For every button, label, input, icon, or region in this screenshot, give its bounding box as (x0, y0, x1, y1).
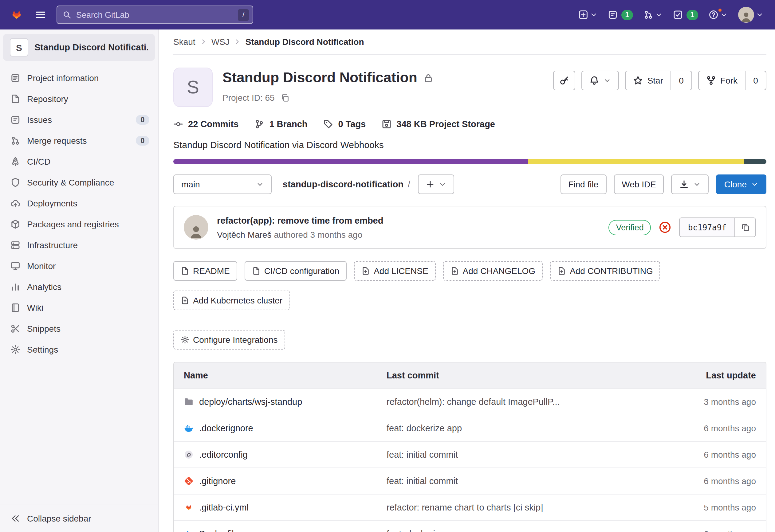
sidebar-item-infrastructure[interactable]: Infrastructure (0, 235, 158, 256)
file-row[interactable]: deploy/charts/wsj-standup refactor(helm)… (174, 388, 766, 415)
project-avatar-large: S (173, 68, 213, 107)
commit-message-link[interactable]: feat: dockerize app (386, 423, 664, 433)
sidebar-item-analytics[interactable]: Analytics (0, 276, 158, 297)
commit-author-avatar[interactable] (184, 215, 208, 240)
copy-sha-button[interactable] (734, 218, 755, 237)
main-content: Skaut WSJ Standup Discord Notification S… (158, 29, 775, 532)
notification-settings-button[interactable] (582, 71, 619, 90)
sidebar-item-merge-requests[interactable]: Merge requests0 (0, 130, 158, 151)
file-row[interactable]: .gitignore feat: initial commit 6 months… (174, 467, 766, 494)
cicd-configuration-button[interactable]: CI/CD configuration (245, 261, 346, 281)
file-link[interactable]: .editorconfig (184, 450, 386, 460)
add-license-button[interactable]: Add LICENSE (354, 261, 436, 281)
web-ide-button[interactable]: Web IDE (614, 174, 664, 194)
file-row[interactable]: .gitlab-ci.yml refactor: rename chart to… (174, 494, 766, 520)
issues-icon (10, 115, 20, 125)
sidebar-item-snippets[interactable]: Snippets (0, 318, 158, 339)
user-menu-button[interactable] (735, 4, 766, 26)
configure-integrations-button[interactable]: Configure Integrations (173, 330, 285, 350)
doc-plus-icon (558, 267, 566, 275)
sidebar-item-security-compliance[interactable]: Security & Compliance (0, 172, 158, 193)
file-link[interactable]: .gitignore (184, 476, 386, 486)
star-count[interactable]: 0 (671, 71, 692, 90)
file-link[interactable]: deploy/charts/wsj-standup (184, 397, 386, 407)
pipeline-failed-icon[interactable] (659, 221, 671, 233)
file-row[interactable]: .dockerignore feat: dockerize app 6 mont… (174, 415, 766, 441)
download-button[interactable] (671, 174, 709, 194)
sidebar-item-settings[interactable]: Settings (0, 339, 158, 360)
fork-button[interactable]: Fork (698, 71, 746, 90)
fork-icon (706, 76, 716, 85)
key-button[interactable] (554, 71, 576, 90)
add-changelog-button[interactable]: Add CHANGELOG (443, 261, 543, 281)
commit-message-link[interactable]: feat: initial commit (386, 450, 664, 460)
stat-storage[interactable]: 348 KB Project Storage (381, 119, 495, 129)
sidebar-item-project-information[interactable]: Project information (0, 68, 158, 88)
file-link[interactable]: Dockerfile (184, 529, 386, 532)
doc-plus-icon (361, 267, 370, 275)
package-icon (10, 219, 20, 229)
top-navbar: / 1 1 (0, 0, 775, 29)
star-group: Star 0 (625, 71, 692, 90)
repo-path-separator: / (408, 179, 410, 189)
sidebar-item-deployments[interactable]: Deployments (0, 193, 158, 214)
help-menu-button[interactable] (706, 7, 731, 23)
add-contributing-button[interactable]: Add CONTRIBUTING (550, 261, 660, 281)
collapse-sidebar-button[interactable]: Collapse sidebar (0, 504, 158, 532)
gitlab-logo[interactable] (9, 7, 25, 23)
stat-tags[interactable]: 0 Tags (323, 119, 366, 129)
sidebar-item-wiki[interactable]: Wiki (0, 297, 158, 318)
sidebar-item-monitor[interactable]: Monitor (0, 256, 158, 276)
stat-branches[interactable]: 1 Branch (254, 119, 307, 129)
file-name: .gitlab-ci.yml (199, 503, 248, 512)
search-input[interactable] (76, 10, 233, 19)
commit-author-name[interactable]: Vojtěch Mareš (217, 230, 271, 240)
chevron-down-icon (604, 77, 611, 84)
commit-message-link[interactable]: refactor(app): remove time from embed (217, 216, 383, 225)
file-row[interactable]: Dockerfile feat: dockerize app 6 months … (174, 520, 766, 532)
file-tree-table: Name Last commit Last update deploy/char… (173, 362, 766, 532)
verified-badge[interactable]: Verified (609, 220, 651, 235)
merge-requests-menu-button[interactable] (640, 7, 666, 23)
stat-commits[interactable]: 22 Commits (173, 119, 238, 129)
todos-button[interactable]: 1 (670, 6, 701, 23)
last-update: 3 months ago (664, 397, 756, 407)
sidebar-item-repository[interactable]: Repository (0, 88, 158, 109)
sidebar-item-issues[interactable]: Issues0 (0, 109, 158, 130)
commit-message-link[interactable]: refactor: rename chart to charts [ci ski… (386, 503, 664, 512)
menu-toggle-button[interactable] (33, 7, 49, 23)
breadcrumb-group-link[interactable]: Skaut (173, 37, 195, 47)
breadcrumb-subgroup-link[interactable]: WSJ (211, 37, 229, 47)
find-file-button[interactable]: Find file (560, 174, 606, 194)
header-name: Name (184, 370, 386, 380)
sidebar-item-label: Monitor (27, 261, 56, 271)
commit-message-link[interactable]: feat: initial commit (386, 476, 664, 486)
language-bar[interactable] (173, 159, 766, 164)
readme-button[interactable]: README (173, 261, 237, 281)
issues-menu-button[interactable]: 1 (605, 6, 636, 23)
chevron-right-icon (200, 38, 207, 45)
chevron-down-icon (590, 11, 597, 18)
branch-selector[interactable]: main (173, 174, 272, 194)
add-kubernetes-cluster-button[interactable]: Add Kubernetes cluster (173, 291, 290, 310)
star-button[interactable]: Star (625, 71, 671, 90)
button-label: Add Kubernetes cluster (193, 295, 282, 305)
quick-action-buttons: README CI/CD configuration Add LICENSE A… (173, 261, 766, 350)
notification-dot (718, 8, 722, 12)
commit-message-link[interactable]: feat: dockerize app (386, 529, 664, 532)
project-id: Project ID: 65 (222, 92, 275, 102)
new-menu-button[interactable] (575, 7, 601, 23)
add-file-dropdown[interactable] (418, 174, 454, 194)
commit-message-link[interactable]: refactor(helm): change default ImagePull… (386, 397, 664, 407)
file-link[interactable]: .gitlab-ci.yml (184, 503, 386, 512)
file-link[interactable]: .dockerignore (184, 423, 386, 433)
sidebar-item-packages-registries[interactable]: Packages and registries (0, 214, 158, 235)
commit-sha[interactable]: bc197a9f (680, 218, 734, 237)
global-search[interactable]: / (57, 6, 253, 24)
project-context-header[interactable]: S Standup Discord Notificati... (3, 34, 155, 61)
clone-button[interactable]: Clone (716, 174, 766, 194)
sidebar-item-cicd[interactable]: CI/CD (0, 151, 158, 172)
copy-project-id-button[interactable] (280, 92, 291, 103)
file-row[interactable]: .editorconfig feat: initial commit 6 mon… (174, 441, 766, 467)
fork-count[interactable]: 0 (746, 71, 766, 90)
